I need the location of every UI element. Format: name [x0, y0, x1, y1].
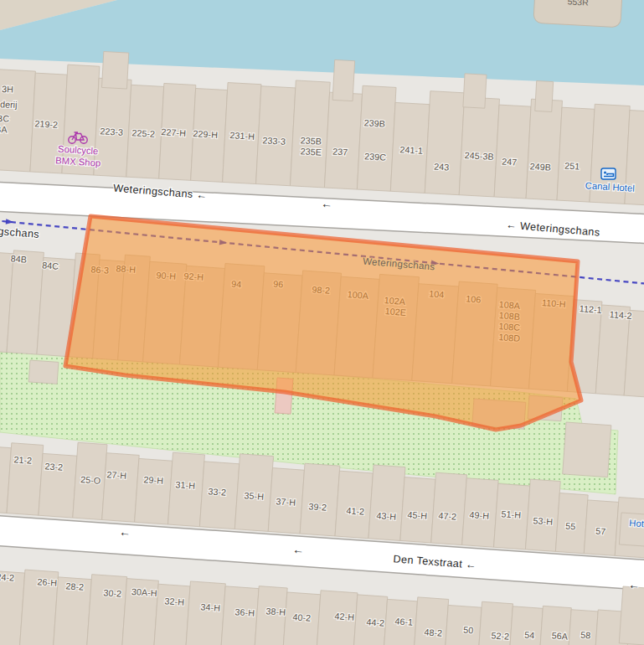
building-label: 52-2	[491, 630, 509, 642]
building-label: 84B	[10, 253, 27, 264]
building-label: 31-H	[175, 479, 195, 491]
building-label: 23-2	[44, 461, 63, 472]
building-label: 41-2	[346, 505, 364, 517]
building-label: 251	[564, 160, 580, 171]
building-label: 58	[580, 630, 591, 641]
building-label: 24-2	[0, 571, 15, 583]
building-label: 37-H	[276, 496, 296, 508]
building-label: 229-H	[193, 128, 218, 140]
building-label: 28-2	[65, 580, 84, 592]
building-label: 48-2	[424, 627, 442, 638]
building-label: 43-H	[376, 510, 396, 522]
houseboat-label: 553R	[567, 0, 589, 8]
building-label: 231-H	[229, 130, 255, 142]
building-label: 114-2	[609, 309, 632, 321]
building-label: 245-3B	[464, 150, 493, 162]
building-label: 36-H	[234, 606, 255, 618]
building-label: 33-2	[208, 486, 226, 498]
building-label: 44-2	[366, 617, 384, 628]
building-label: 30A-H	[131, 586, 157, 598]
building-label: 249B	[529, 161, 551, 173]
building-label: 39-2	[308, 501, 327, 513]
building-label: 30-2	[103, 587, 121, 599]
building-label: 46-1	[394, 616, 413, 627]
building-label: 239C	[364, 151, 387, 163]
building-label: 57	[595, 526, 606, 537]
building-label: 50	[463, 625, 474, 636]
oneway-arrow: ←	[321, 197, 333, 211]
building-label: 40-2	[292, 611, 311, 623]
hotel-bed-icon[interactable]	[601, 168, 616, 179]
building-label: nderij	[0, 99, 18, 110]
building-label: 56A	[551, 630, 569, 641]
building-label: 21-2	[13, 454, 32, 466]
building-label: 45-H	[407, 509, 427, 521]
building-label: 219-2	[34, 118, 58, 130]
building-label: 26-H	[37, 576, 57, 588]
building-label: 27-H	[106, 469, 126, 481]
building-label: 25-O	[80, 474, 101, 486]
building-label: 53-H	[533, 515, 553, 527]
oneway-arrow: ←	[292, 543, 305, 557]
poi-label-hotel-partial: Hot	[629, 518, 644, 529]
building-label: 38-H	[265, 606, 286, 617]
building-label: 47-2	[438, 510, 456, 522]
building-label: 55	[565, 521, 576, 532]
oneway-arrow: ←	[119, 525, 131, 539]
building-label: 32-H	[164, 596, 184, 607]
building-label: 243	[434, 161, 450, 172]
building-label: 237	[332, 146, 348, 157]
building-label: 84C	[42, 260, 59, 271]
building-label: BC	[0, 113, 10, 124]
building-label: 239B	[363, 117, 385, 129]
building-label: 42-H	[334, 611, 354, 622]
building-label: 235B	[300, 135, 322, 147]
building-label: 49-H	[469, 509, 489, 521]
map-canvas[interactable]: 219-2223-3225-2227-H229-H231-H233-3235B2…	[0, 0, 644, 645]
building-label: 233-3	[262, 135, 286, 147]
oneway-arrow: ←	[628, 578, 641, 592]
building-label: 227-H	[161, 126, 186, 138]
building-label: 112-1	[579, 303, 602, 315]
building-label: 34-H	[200, 601, 220, 613]
building-label: 223-3	[100, 126, 123, 137]
building-label: 51-H	[501, 508, 521, 520]
building-label: 241-1	[399, 144, 423, 156]
building-label: 247	[502, 156, 518, 167]
building-label: 29-H	[143, 474, 163, 486]
building-label: 3H	[2, 84, 13, 94]
building-label: 235E	[300, 146, 322, 157]
building-label: BA	[0, 124, 8, 135]
building-label: 225-2	[131, 127, 155, 139]
building-label: 54	[524, 630, 535, 641]
building-label: 35-H	[244, 490, 264, 502]
